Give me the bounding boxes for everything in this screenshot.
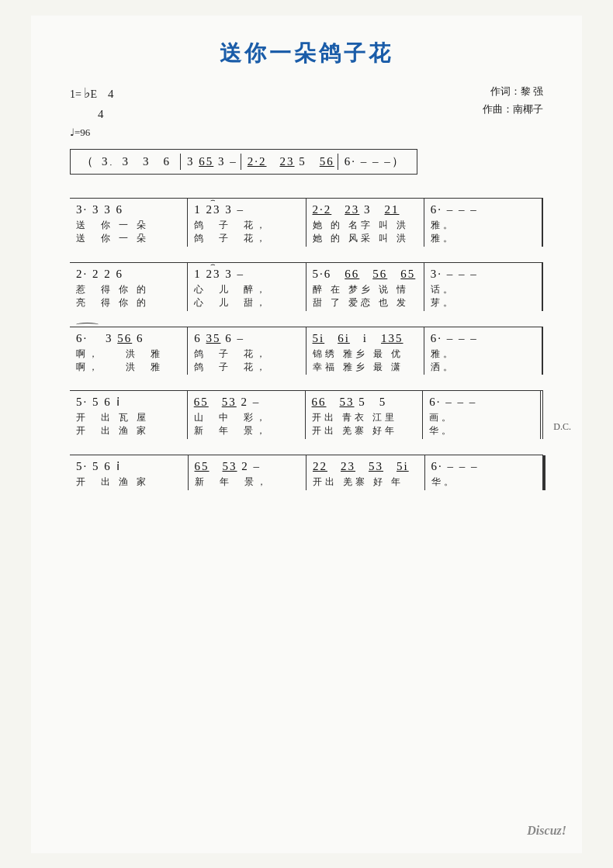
measure-2-4: 3· – – – 话。 芽。 xyxy=(424,263,543,311)
row-4-notes: 5· 5 6 i̇ 开 出 瓦 屋 开 出 渔 家 65 53 2 – 山 中 … xyxy=(70,390,543,439)
author-lyrics: 作词：黎 强 xyxy=(483,82,543,100)
row-5-notes: 5· 5 6 i̇ 开 出 渔 家 65 53 2 – 新 年 景， 22 23… xyxy=(70,455,543,490)
row-block-2: 2· 2 2 6 惹 得 你 的 亮 得 你 的 1 2⌢3 3 – 心 儿 醉… xyxy=(70,262,543,311)
row-2-notes: 2· 2 2 6 惹 得 你 的 亮 得 你 的 1 2⌢3 3 – 心 儿 醉… xyxy=(70,262,543,311)
tempo: ♩=96 xyxy=(70,125,113,141)
measure-1-1: 3· 3 3 6 送 你 一 朵 送 你 一 朵 xyxy=(70,199,188,247)
measure-5-3: 22 23 53 5i 开出 羌寨 好 年 xyxy=(306,455,425,490)
row-1-notes: 3· 3 3 6 送 你 一 朵 送 你 一 朵 1 2⌢3 3 – 鸽 子 花… xyxy=(70,198,543,247)
row-3-notes: 6· 3 56 6 啊， 洪 雅 啊， 洪 雅 6 35 6 – 鸽 子 花， … xyxy=(70,327,543,375)
row-block-3: 6· 3 56 6 啊， 洪 雅 啊， 洪 雅 6 35 6 – 鸽 子 花， … xyxy=(70,327,543,375)
measure-5-1: 5· 5 6 i̇ 开 出 渔 家 xyxy=(70,455,189,490)
key-info: 1= ♭E 4 4 ♩=96 xyxy=(70,82,113,141)
author-music: 作曲：南椰子 xyxy=(483,100,543,118)
measure-3-3: 5i 6i i 135 锦绣 雅乡 最 优 幸福 雅乡 最 潇 xyxy=(306,327,424,375)
measure-1-3: 2·2 23 3 21 她 的 名字 叫 洪 她 的 风采 叫 洪 xyxy=(306,199,424,247)
intro-section: （ 3· 3 3 6 3 65 3 – 2·2 23 5 56 6· – – –… xyxy=(70,149,543,185)
row-block-5: 5· 5 6 i̇ 开 出 渔 家 65 53 2 – 新 年 景， 22 23… xyxy=(70,455,543,490)
discuz-logo: Discuz! xyxy=(527,824,566,838)
measure-4-1: 5· 5 6 i̇ 开 出 瓦 屋 开 出 渔 家 xyxy=(70,391,188,439)
page: 送你一朵鸽子花 1= ♭E 4 4 ♩=96 作词：黎 强 作曲：南椰子 （ 3… xyxy=(31,16,582,853)
intro-box: （ 3· 3 3 6 3 65 3 – 2·2 23 5 56 6· – – –… xyxy=(70,149,417,175)
row-block-1: 3· 3 3 6 送 你 一 朵 送 你 一 朵 1 2⌢3 3 – 鸽 子 花… xyxy=(70,198,543,247)
measure-4-3: 66 53 5 5 开出 青衣 江里 开出 羌寨 好年 xyxy=(306,391,424,439)
header-info: 1= ♭E 4 4 ♩=96 作词：黎 强 作曲：南椰子 xyxy=(70,82,543,141)
measure-3-2: 6 35 6 – 鸽 子 花， 鸽 子 花， xyxy=(188,327,306,375)
measure-4-2: 65 53 2 – 山 中 彩， 新 年 景， xyxy=(188,391,306,439)
measure-5-4: 6· – – – 华。 xyxy=(425,455,544,490)
author-info: 作词：黎 强 作曲：南椰子 xyxy=(483,82,543,119)
measure-2-2: 1 2⌢3 3 – 心 儿 醉， 心 儿 甜， xyxy=(188,263,306,311)
row-block-4: 5· 5 6 i̇ 开 出 瓦 屋 开 出 渔 家 65 53 2 – 山 中 … xyxy=(70,390,543,439)
song-title: 送你一朵鸽子花 xyxy=(70,39,543,68)
measure-2-3: 5·6 66 56 65 醉 在 梦乡 说 情 甜 了 爱恋 也 发 xyxy=(306,263,424,311)
measure-1-2: 1 2⌢3 3 – 鸽 子 花， 鸽 子 花， xyxy=(188,199,306,247)
measure-1-4: 6· – – – 雅。 雅。 xyxy=(424,199,543,247)
measure-5-2: 65 53 2 – 新 年 景， xyxy=(189,455,307,490)
measure-3-4: 6· – – – 雅。 洒。 xyxy=(424,327,543,375)
measure-2-1: 2· 2 2 6 惹 得 你 的 亮 得 你 的 xyxy=(70,263,188,311)
measure-3-1: 6· 3 56 6 啊， 洪 雅 啊， 洪 雅 xyxy=(70,327,188,375)
measure-4-4: 6· – – – 画。 华。 D.C. xyxy=(423,391,543,439)
dc-marking: D.C. xyxy=(553,421,571,433)
key-signature: 1= ♭E 4 4 xyxy=(70,82,113,123)
